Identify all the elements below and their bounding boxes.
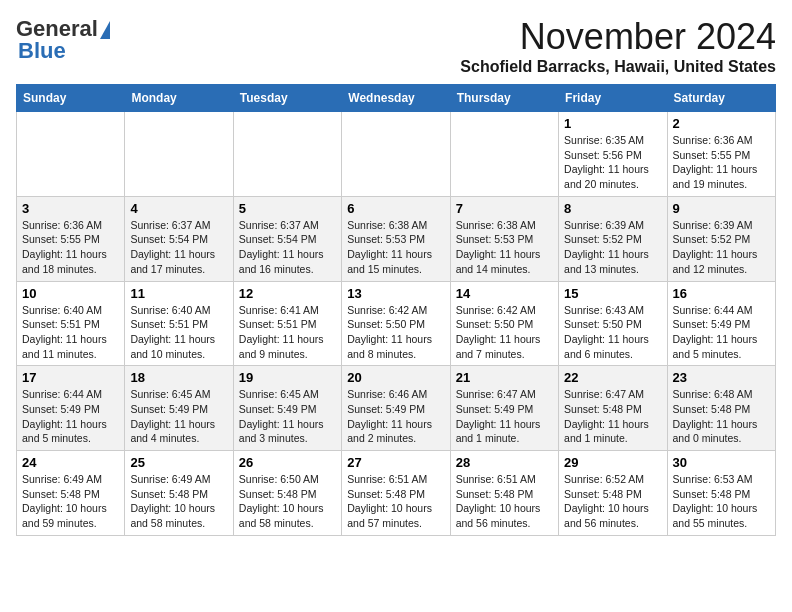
day-number-23: 23 — [673, 370, 770, 385]
day-number-26: 26 — [239, 455, 336, 470]
day-info-19: Sunrise: 6:45 AM Sunset: 5:49 PM Dayligh… — [239, 387, 336, 446]
day-number-29: 29 — [564, 455, 661, 470]
location-title: Schofield Barracks, Hawaii, United State… — [460, 58, 776, 76]
day-info-20: Sunrise: 6:46 AM Sunset: 5:49 PM Dayligh… — [347, 387, 444, 446]
logo-blue: Blue — [16, 38, 66, 64]
week-row-1: 1Sunrise: 6:35 AM Sunset: 5:56 PM Daylig… — [17, 112, 776, 197]
day-cell-16: 16Sunrise: 6:44 AM Sunset: 5:49 PM Dayli… — [667, 281, 775, 366]
day-info-27: Sunrise: 6:51 AM Sunset: 5:48 PM Dayligh… — [347, 472, 444, 531]
header: General Blue November 2024 Schofield Bar… — [16, 16, 776, 76]
day-info-29: Sunrise: 6:52 AM Sunset: 5:48 PM Dayligh… — [564, 472, 661, 531]
calendar-header: SundayMondayTuesdayWednesdayThursdayFrid… — [17, 85, 776, 112]
day-cell-12: 12Sunrise: 6:41 AM Sunset: 5:51 PM Dayli… — [233, 281, 341, 366]
day-info-5: Sunrise: 6:37 AM Sunset: 5:54 PM Dayligh… — [239, 218, 336, 277]
day-cell-24: 24Sunrise: 6:49 AM Sunset: 5:48 PM Dayli… — [17, 451, 125, 536]
day-number-30: 30 — [673, 455, 770, 470]
week-row-4: 17Sunrise: 6:44 AM Sunset: 5:49 PM Dayli… — [17, 366, 776, 451]
day-info-3: Sunrise: 6:36 AM Sunset: 5:55 PM Dayligh… — [22, 218, 119, 277]
day-number-27: 27 — [347, 455, 444, 470]
day-cell-3: 3Sunrise: 6:36 AM Sunset: 5:55 PM Daylig… — [17, 196, 125, 281]
day-cell-11: 11Sunrise: 6:40 AM Sunset: 5:51 PM Dayli… — [125, 281, 233, 366]
day-cell-4: 4Sunrise: 6:37 AM Sunset: 5:54 PM Daylig… — [125, 196, 233, 281]
day-info-12: Sunrise: 6:41 AM Sunset: 5:51 PM Dayligh… — [239, 303, 336, 362]
weekday-sunday: Sunday — [17, 85, 125, 112]
day-cell-15: 15Sunrise: 6:43 AM Sunset: 5:50 PM Dayli… — [559, 281, 667, 366]
week-row-3: 10Sunrise: 6:40 AM Sunset: 5:51 PM Dayli… — [17, 281, 776, 366]
day-info-21: Sunrise: 6:47 AM Sunset: 5:49 PM Dayligh… — [456, 387, 553, 446]
day-number-1: 1 — [564, 116, 661, 131]
month-title: November 2024 — [460, 16, 776, 58]
day-info-24: Sunrise: 6:49 AM Sunset: 5:48 PM Dayligh… — [22, 472, 119, 531]
weekday-header-row: SundayMondayTuesdayWednesdayThursdayFrid… — [17, 85, 776, 112]
day-info-15: Sunrise: 6:43 AM Sunset: 5:50 PM Dayligh… — [564, 303, 661, 362]
day-number-21: 21 — [456, 370, 553, 385]
day-number-11: 11 — [130, 286, 227, 301]
day-cell-9: 9Sunrise: 6:39 AM Sunset: 5:52 PM Daylig… — [667, 196, 775, 281]
calendar-body: 1Sunrise: 6:35 AM Sunset: 5:56 PM Daylig… — [17, 112, 776, 536]
day-number-12: 12 — [239, 286, 336, 301]
day-number-9: 9 — [673, 201, 770, 216]
day-info-23: Sunrise: 6:48 AM Sunset: 5:48 PM Dayligh… — [673, 387, 770, 446]
day-number-25: 25 — [130, 455, 227, 470]
day-number-6: 6 — [347, 201, 444, 216]
day-number-8: 8 — [564, 201, 661, 216]
empty-cell — [233, 112, 341, 197]
day-info-10: Sunrise: 6:40 AM Sunset: 5:51 PM Dayligh… — [22, 303, 119, 362]
day-cell-1: 1Sunrise: 6:35 AM Sunset: 5:56 PM Daylig… — [559, 112, 667, 197]
day-cell-13: 13Sunrise: 6:42 AM Sunset: 5:50 PM Dayli… — [342, 281, 450, 366]
day-cell-18: 18Sunrise: 6:45 AM Sunset: 5:49 PM Dayli… — [125, 366, 233, 451]
day-info-30: Sunrise: 6:53 AM Sunset: 5:48 PM Dayligh… — [673, 472, 770, 531]
day-number-14: 14 — [456, 286, 553, 301]
day-cell-14: 14Sunrise: 6:42 AM Sunset: 5:50 PM Dayli… — [450, 281, 558, 366]
weekday-monday: Monday — [125, 85, 233, 112]
day-info-2: Sunrise: 6:36 AM Sunset: 5:55 PM Dayligh… — [673, 133, 770, 192]
day-number-3: 3 — [22, 201, 119, 216]
day-number-16: 16 — [673, 286, 770, 301]
day-cell-20: 20Sunrise: 6:46 AM Sunset: 5:49 PM Dayli… — [342, 366, 450, 451]
logo-triangle — [100, 21, 110, 39]
empty-cell — [342, 112, 450, 197]
day-number-24: 24 — [22, 455, 119, 470]
day-cell-27: 27Sunrise: 6:51 AM Sunset: 5:48 PM Dayli… — [342, 451, 450, 536]
day-cell-26: 26Sunrise: 6:50 AM Sunset: 5:48 PM Dayli… — [233, 451, 341, 536]
empty-cell — [17, 112, 125, 197]
day-info-6: Sunrise: 6:38 AM Sunset: 5:53 PM Dayligh… — [347, 218, 444, 277]
day-info-4: Sunrise: 6:37 AM Sunset: 5:54 PM Dayligh… — [130, 218, 227, 277]
day-cell-28: 28Sunrise: 6:51 AM Sunset: 5:48 PM Dayli… — [450, 451, 558, 536]
day-number-20: 20 — [347, 370, 444, 385]
day-number-7: 7 — [456, 201, 553, 216]
week-row-2: 3Sunrise: 6:36 AM Sunset: 5:55 PM Daylig… — [17, 196, 776, 281]
day-number-5: 5 — [239, 201, 336, 216]
day-info-13: Sunrise: 6:42 AM Sunset: 5:50 PM Dayligh… — [347, 303, 444, 362]
day-number-17: 17 — [22, 370, 119, 385]
weekday-tuesday: Tuesday — [233, 85, 341, 112]
day-number-22: 22 — [564, 370, 661, 385]
day-info-8: Sunrise: 6:39 AM Sunset: 5:52 PM Dayligh… — [564, 218, 661, 277]
day-cell-25: 25Sunrise: 6:49 AM Sunset: 5:48 PM Dayli… — [125, 451, 233, 536]
weekday-wednesday: Wednesday — [342, 85, 450, 112]
day-cell-10: 10Sunrise: 6:40 AM Sunset: 5:51 PM Dayli… — [17, 281, 125, 366]
day-info-1: Sunrise: 6:35 AM Sunset: 5:56 PM Dayligh… — [564, 133, 661, 192]
day-info-9: Sunrise: 6:39 AM Sunset: 5:52 PM Dayligh… — [673, 218, 770, 277]
day-cell-21: 21Sunrise: 6:47 AM Sunset: 5:49 PM Dayli… — [450, 366, 558, 451]
day-info-16: Sunrise: 6:44 AM Sunset: 5:49 PM Dayligh… — [673, 303, 770, 362]
day-number-2: 2 — [673, 116, 770, 131]
day-info-14: Sunrise: 6:42 AM Sunset: 5:50 PM Dayligh… — [456, 303, 553, 362]
day-info-28: Sunrise: 6:51 AM Sunset: 5:48 PM Dayligh… — [456, 472, 553, 531]
weekday-thursday: Thursday — [450, 85, 558, 112]
day-cell-7: 7Sunrise: 6:38 AM Sunset: 5:53 PM Daylig… — [450, 196, 558, 281]
day-cell-23: 23Sunrise: 6:48 AM Sunset: 5:48 PM Dayli… — [667, 366, 775, 451]
day-cell-2: 2Sunrise: 6:36 AM Sunset: 5:55 PM Daylig… — [667, 112, 775, 197]
empty-cell — [450, 112, 558, 197]
day-number-15: 15 — [564, 286, 661, 301]
day-number-28: 28 — [456, 455, 553, 470]
day-info-26: Sunrise: 6:50 AM Sunset: 5:48 PM Dayligh… — [239, 472, 336, 531]
week-row-5: 24Sunrise: 6:49 AM Sunset: 5:48 PM Dayli… — [17, 451, 776, 536]
day-info-18: Sunrise: 6:45 AM Sunset: 5:49 PM Dayligh… — [130, 387, 227, 446]
weekday-friday: Friday — [559, 85, 667, 112]
logo: General Blue — [16, 16, 110, 64]
day-number-19: 19 — [239, 370, 336, 385]
day-number-18: 18 — [130, 370, 227, 385]
day-info-22: Sunrise: 6:47 AM Sunset: 5:48 PM Dayligh… — [564, 387, 661, 446]
weekday-saturday: Saturday — [667, 85, 775, 112]
